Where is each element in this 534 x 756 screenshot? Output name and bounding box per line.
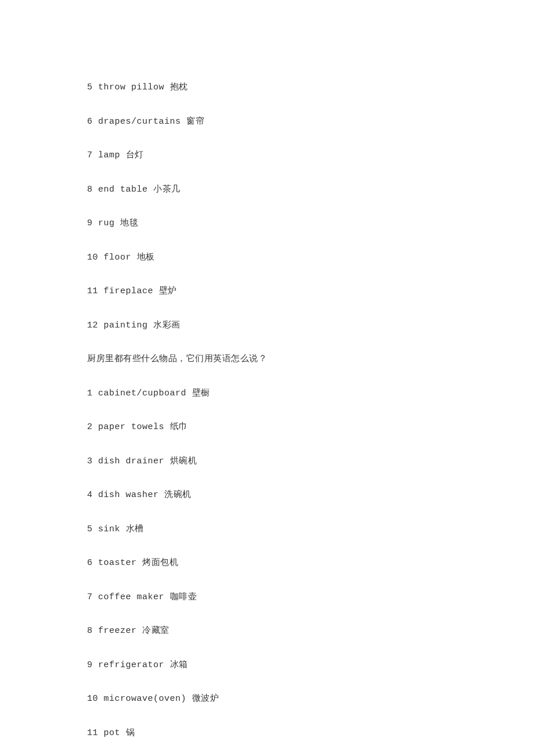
text-line: 6 drapes/curtains 窗帘: [87, 116, 447, 129]
text-line: 5 sink 水槽: [87, 523, 447, 537]
text-line: 5 throw pillow 抱枕: [87, 81, 447, 95]
section-heading: 厨房里都有些什么物品，它们用英语怎么说？: [87, 353, 447, 366]
text-line: 8 freezer 冷藏室: [87, 625, 447, 638]
text-line: 2 paper towels 纸巾: [87, 421, 447, 434]
document-page: 5 throw pillow 抱枕 6 drapes/curtains 窗帘 7…: [0, 0, 447, 756]
text-line: 8 end table 小茶几: [87, 183, 447, 197]
text-line: 9 refrigerator 冰箱: [87, 659, 447, 672]
text-line: 1 cabinet/cupboard 壁橱: [87, 387, 447, 401]
text-line: 4 dish washer 洗碗机: [87, 489, 447, 502]
text-line: 6 toaster 烤面包机: [87, 557, 447, 570]
text-line: 11 fireplace 壁炉: [87, 285, 447, 298]
text-line: 10 microwave(oven) 微波炉: [87, 693, 447, 706]
text-line: 9 rug 地毯: [87, 217, 447, 231]
text-line: 10 floor 地板: [87, 251, 447, 265]
text-line: 12 painting 水彩画: [87, 319, 447, 333]
text-line: 7 coffee maker 咖啡壶: [87, 591, 447, 604]
text-line: 3 dish drainer 烘碗机: [87, 455, 447, 469]
text-line: 11 pot 锅: [87, 727, 447, 740]
text-line: 7 lamp 台灯: [87, 149, 447, 163]
